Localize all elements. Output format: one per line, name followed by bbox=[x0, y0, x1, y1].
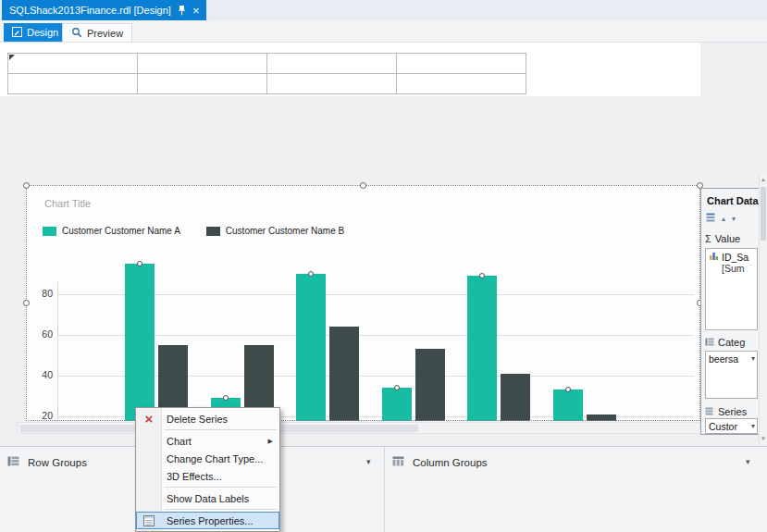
series-section-header: Series bbox=[701, 404, 759, 418]
bar-series-a[interactable] bbox=[467, 276, 497, 421]
document-tab[interactable]: SQLShack2013Finance.rdl [Design] × bbox=[2, 0, 206, 20]
menu-item-label: Series Properties... bbox=[167, 515, 254, 526]
bar-series-a[interactable] bbox=[553, 390, 583, 421]
scroll-up-icon[interactable]: ▴ bbox=[760, 176, 767, 183]
vertical-scrollbar-thumb[interactable] bbox=[761, 187, 766, 241]
menu-item-label: Change Chart Type... bbox=[167, 453, 263, 464]
category-groups-list[interactable]: beersa ▾ bbox=[705, 351, 758, 399]
menu-item-show-data-labels[interactable]: Show Data Labels bbox=[136, 489, 279, 507]
grouping-pane: Row Groups ▾ Column Groups ▾ bbox=[0, 446, 767, 532]
y-tick-label: 60 bbox=[26, 328, 53, 340]
sigma-icon: Σ bbox=[705, 233, 711, 244]
bar-series-a[interactable] bbox=[382, 388, 412, 421]
scroll-down-icon[interactable]: ▾ bbox=[760, 435, 767, 442]
submenu-arrow-icon: ▶ bbox=[268, 438, 273, 445]
y-axis-line bbox=[57, 281, 58, 421]
properties-icon bbox=[141, 515, 157, 526]
menu-item-series-properties[interactable]: Series Properties... bbox=[136, 512, 279, 529]
menu-item-delete-series[interactable]: × Delete Series bbox=[136, 410, 279, 427]
document-tab-title: SQLShack2013Finance.rdl [Design] bbox=[9, 5, 171, 16]
menu-item-label: Chart bbox=[167, 436, 192, 447]
view-tab-bar: Design Preview bbox=[0, 20, 767, 43]
datapoint-handle[interactable] bbox=[394, 385, 400, 390]
chart-field-icon bbox=[709, 251, 719, 263]
document-tab-bar: SQLShack2013Finance.rdl [Design] × bbox=[0, 0, 767, 20]
category-groups-icon bbox=[705, 337, 714, 348]
chart-plot: 20406080 bbox=[26, 185, 700, 421]
row-groups-chevron-icon[interactable]: ▾ bbox=[366, 457, 371, 466]
table-cell[interactable] bbox=[397, 74, 526, 94]
bar-series-a[interactable] bbox=[125, 264, 155, 421]
series-groups-icon bbox=[705, 406, 714, 417]
series-group-name: Custor bbox=[709, 421, 737, 432]
delete-icon: × bbox=[141, 412, 157, 426]
preview-icon bbox=[71, 27, 82, 40]
bar-series-b[interactable] bbox=[587, 414, 616, 421]
design-surface: Chart Title Customer Customer Name A Cus… bbox=[0, 43, 767, 446]
design-icon bbox=[12, 27, 22, 39]
values-section-header: Σ Value bbox=[701, 231, 759, 245]
menu-item-label: Delete Series bbox=[167, 414, 228, 425]
chart-canvas[interactable]: Chart Title Customer Customer Name A Cus… bbox=[26, 185, 700, 421]
series-group-item[interactable]: Custor ▾ bbox=[706, 419, 757, 432]
y-tick-label: 40 bbox=[26, 369, 53, 380]
app-window: SQLShack2013Finance.rdl [Design] × Desig… bbox=[0, 0, 767, 532]
value-field-expression: [Sum bbox=[706, 263, 757, 274]
menu-item-3d-effects[interactable]: 3D Effects... bbox=[136, 467, 279, 485]
category-section-label: Categ bbox=[718, 337, 745, 348]
table-cell[interactable] bbox=[138, 54, 267, 74]
vertical-scrollbar[interactable]: ▴ ▾ bbox=[759, 174, 767, 444]
table-cell[interactable] bbox=[138, 74, 267, 94]
row-groups-icon bbox=[7, 456, 19, 468]
chart-data-toolbar: ▴ ▾ bbox=[706, 213, 736, 224]
table-cell[interactable] bbox=[397, 54, 526, 74]
value-field-item[interactable]: ID_Sa bbox=[706, 249, 757, 263]
dropdown-icon[interactable]: ▾ bbox=[751, 354, 755, 363]
menu-item-label: Show Data Labels bbox=[167, 493, 249, 504]
category-group-item[interactable]: beersa ▾ bbox=[706, 352, 757, 365]
close-icon[interactable]: × bbox=[192, 5, 200, 17]
tab-preview-label: Preview bbox=[87, 28, 123, 39]
column-groups-icon bbox=[392, 456, 404, 468]
column-groups-label: Column Groups bbox=[413, 457, 488, 468]
pin-icon[interactable] bbox=[178, 5, 186, 16]
dropdown-icon[interactable]: ▾ bbox=[751, 422, 755, 430]
menu-item-label: 3D Effects... bbox=[167, 471, 222, 482]
tab-design-label: Design bbox=[27, 27, 58, 38]
bar-series-a[interactable] bbox=[296, 274, 326, 421]
move-up-icon[interactable]: ▴ bbox=[722, 215, 725, 223]
table-cell[interactable] bbox=[8, 74, 138, 94]
datapoint-handle[interactable] bbox=[223, 395, 229, 401]
tab-preview[interactable]: Preview bbox=[62, 23, 132, 42]
values-list[interactable]: ID_Sa [Sum bbox=[705, 248, 758, 330]
category-section-header: Categ bbox=[701, 335, 759, 349]
table-cell[interactable] bbox=[267, 54, 397, 74]
field-list-icon[interactable] bbox=[706, 213, 715, 224]
move-down-icon[interactable]: ▾ bbox=[732, 215, 736, 223]
horizontal-scrollbar[interactable] bbox=[17, 422, 700, 434]
category-group-name: beersa bbox=[709, 353, 738, 365]
grouping-pane-divider bbox=[384, 447, 385, 532]
y-tick-label: 20 bbox=[26, 410, 53, 421]
series-groups-list[interactable]: Custor ▾ bbox=[705, 418, 758, 434]
menu-item-chart[interactable]: Chart ▶ bbox=[136, 432, 279, 450]
menu-item-change-chart-type[interactable]: Change Chart Type... bbox=[136, 450, 279, 467]
series-section-label: Series bbox=[718, 406, 747, 417]
bar-series-b[interactable] bbox=[501, 374, 530, 421]
table-cell[interactable] bbox=[8, 54, 138, 74]
y-tick-label: 80 bbox=[26, 288, 53, 299]
value-field-name: ID_Sa bbox=[722, 252, 748, 263]
column-groups-header: Column Groups bbox=[392, 456, 488, 468]
bar-series-b[interactable] bbox=[415, 349, 445, 421]
bar-series-b[interactable] bbox=[329, 327, 359, 421]
row-groups-header: Row Groups bbox=[7, 456, 87, 468]
table-cell[interactable] bbox=[267, 74, 397, 94]
tablix-corner-icon bbox=[9, 55, 15, 60]
datapoint-handle[interactable] bbox=[137, 261, 142, 266]
chart-data-pane-title: Chart Data bbox=[707, 195, 759, 206]
values-section-label: Value bbox=[715, 233, 740, 244]
table-region[interactable] bbox=[7, 53, 526, 94]
tab-design[interactable]: Design bbox=[4, 23, 67, 42]
chart-data-pane: Chart Data ▴ ▾ Σ Value ID_Sa [Sum bbox=[700, 188, 759, 435]
column-groups-chevron-icon[interactable]: ▾ bbox=[746, 457, 750, 466]
